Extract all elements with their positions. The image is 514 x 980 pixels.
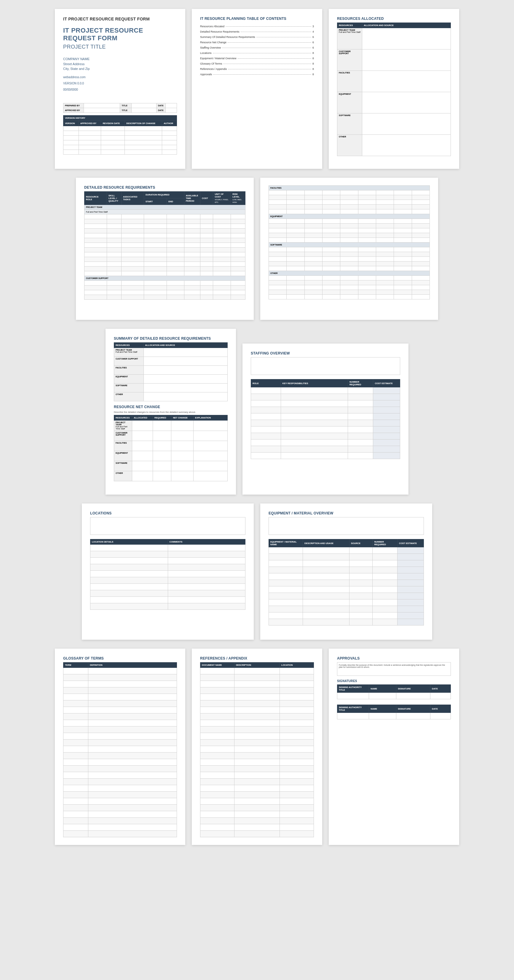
version-label: VERSION 0.0.0: [63, 82, 177, 85]
section-title: STAFFING OVERVIEW: [251, 351, 400, 355]
doc-header: IT PROJECT RESOURCE REQUEST FORM: [63, 17, 177, 21]
detailed-req-table-2: FACILITIES EQUIPMENT SOFTWARE OTHER: [268, 185, 430, 299]
approvals-lead: Formally describe the purpose of this do…: [337, 662, 451, 676]
staffing-intro: [251, 357, 400, 375]
section-title: GLOSSARY OF TERMS: [63, 656, 177, 660]
page-resources-allocated: RESOURCES ALLOCATED RESOURCESALLOCATION …: [329, 9, 459, 169]
page-references: REFERENCES / APPENDIX DOCUMENT NAMEDESCR…: [192, 649, 322, 845]
company-block: COMPANY NAME Street Address City, State …: [63, 57, 177, 72]
netchange-table: RESOURCESALLOCATEDREQUIREDNET CHANGEEXPL…: [114, 415, 228, 481]
section-title: LOCATIONS: [90, 511, 246, 515]
project-title: PROJECT TITLE: [63, 44, 177, 50]
locations-table: LOCATION DETAILSCOMMENTS: [90, 539, 246, 610]
date-label: 00/00/0000: [63, 88, 177, 91]
staffing-table: ROLEKEY RESPONSIBILITIESNUMBER REQUIREDC…: [251, 379, 400, 459]
toc-item: Glossary Of Terms8: [200, 62, 314, 65]
summary-table: RESOURCESALLOCATION AND SOURCE PROJECT T…: [114, 342, 228, 401]
page-toc: IT RESOURCE PLANNING TABLE OF CONTENTS R…: [192, 9, 322, 169]
page-cover: IT PROJECT RESOURCE REQUEST FORM IT PROJ…: [55, 9, 185, 169]
glossary-table: TERMDEFINITION: [63, 662, 177, 837]
signatures-heading: SIGNATURES: [337, 679, 451, 682]
toc-list: Resources Allocated3Detailed Resource Re…: [200, 25, 314, 76]
page-approvals: APPROVALS Formally describe the purpose …: [329, 649, 459, 845]
page-equipment: EQUIPMENT / MATERIAL OVERVIEW EQUIPMENT …: [260, 503, 432, 640]
toc-item: Resource Net Change6: [200, 41, 314, 44]
toc-item: References / Appendix8: [200, 67, 314, 70]
web-address: webaddress.com: [63, 76, 177, 79]
netchange-title: RESOURCE NET CHANGE: [114, 405, 228, 409]
toc-item: Detailed Resource Requirements4: [200, 30, 314, 33]
equipment-intro: [268, 517, 424, 535]
prepared-approved-table: PREPARED BYTITLEDATE APPROVED BYTITLEDAT…: [63, 103, 177, 113]
toc-item: Approvals8: [200, 73, 314, 76]
locations-intro: [90, 517, 246, 535]
page-summary-netchange: SUMMARY OF DETAILED RESOURCE REQUIREMENT…: [105, 329, 236, 495]
section-title: RESOURCES ALLOCATED: [337, 17, 451, 21]
section-title: EQUIPMENT / MATERIAL OVERVIEW: [268, 511, 424, 515]
toc-item: Equipment / Material Overview8: [200, 57, 314, 60]
toc-item: Summary Of Detailed Resource Requirement…: [200, 35, 314, 38]
summary-title: SUMMARY OF DETAILED RESOURCE REQUIREMENT…: [114, 336, 228, 340]
section-title: REFERENCES / APPENDIX: [200, 656, 314, 660]
signature-table-1: SIGNING AUTHORITY TITLENAMESIGNATUREDATE: [337, 684, 451, 699]
page-staffing: STAFFING OVERVIEW ROLEKEY RESPONSIBILITI…: [243, 344, 409, 495]
detailed-req-table: RESOURCE ROLE SKILL LEVEL / QUALITY ASSO…: [84, 191, 246, 300]
section-title: APPROVALS: [337, 656, 451, 660]
page-locations: LOCATIONS LOCATION DETAILSCOMMENTS: [82, 503, 254, 640]
resources-allocated-table: RESOURCESALLOCATION AND SOURCE PROJECT T…: [337, 22, 451, 156]
page-glossary: GLOSSARY OF TERMS TERMDEFINITION: [55, 649, 185, 845]
toc-title: IT RESOURCE PLANNING TABLE OF CONTENTS: [200, 17, 314, 21]
references-table: DOCUMENT NAMEDESCRIPTIONLOCATION: [200, 662, 314, 837]
toc-item: Staffing Overview6: [200, 46, 314, 49]
toc-item: Locations8: [200, 51, 314, 54]
page-detailed-requirements: DETAILED RESOURCE REQUIREMENTS RESOURCE …: [76, 178, 254, 320]
page-detailed-requirements-2: FACILITIES EQUIPMENT SOFTWARE OTHER: [260, 178, 438, 320]
version-history-table: VERSION HISTORY VERSIONAPPROVED BYREVISI…: [63, 115, 177, 154]
form-title: IT PROJECT RESOURCE REQUEST FORM: [63, 27, 177, 42]
section-title: DETAILED RESOURCE REQUIREMENTS: [84, 185, 246, 189]
signature-table-2: SIGNING AUTHORITY TITLENAMESIGNATUREDATE: [337, 705, 451, 719]
toc-item: Resources Allocated3: [200, 25, 314, 28]
equipment-table: EQUIPMENT / MATERIAL NAMEDESCRIPTION AND…: [268, 539, 424, 625]
